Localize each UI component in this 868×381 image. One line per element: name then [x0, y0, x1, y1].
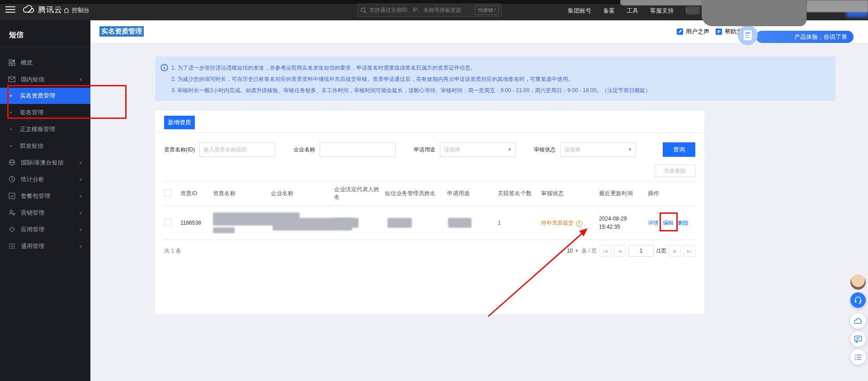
- menu-group-account[interactable]: 集团账号: [568, 7, 591, 15]
- status-select[interactable]: 请选择 ▼: [560, 142, 636, 157]
- updated-date: 2024-08-29: [599, 215, 645, 223]
- search-placeholder: 支持通过实例ID、IP、名称等搜索资源: [369, 6, 475, 14]
- usage-select[interactable]: 请选择 ▼: [440, 142, 516, 157]
- sidebar-item-label: 统计分析: [21, 175, 44, 183]
- user-voice-link[interactable]: 用户之声: [676, 28, 709, 36]
- headset-icon: [854, 296, 862, 304]
- sidebar-item-label: 概览: [21, 59, 33, 67]
- page-size-select[interactable]: 10 ▼: [567, 248, 579, 254]
- cell-usage: [447, 206, 498, 240]
- add-qualification-button[interactable]: 新增资质: [164, 116, 195, 129]
- feedback-button[interactable]: [850, 331, 866, 347]
- col-sms-admin: 短信业务管理员姓名: [385, 181, 447, 206]
- annotation-box-sidebar: [7, 85, 127, 119]
- sidebar-item-package-management[interactable]: 套餐包管理 ∨: [0, 188, 90, 204]
- info-banner: 1. 为了进一步管控违法违规短信的发送，并参考运营商实名发送短信的要求，申请签名…: [155, 56, 835, 101]
- console-link[interactable]: 控制台: [63, 6, 90, 14]
- notice-line-1: 1. 为了进一步管控违法违规短信的发送，并参考运营商实名发送短信的要求，申请签名…: [171, 62, 651, 74]
- filter-status: 审核状态 请选择 ▼: [534, 142, 636, 157]
- user-voice-icon: [676, 28, 684, 35]
- status-text: 待补充后提交: [541, 220, 574, 226]
- menu-support[interactable]: 客服支持: [650, 7, 674, 15]
- floating-widget-bar: [850, 274, 866, 367]
- sidebar-item-statistics[interactable]: 统计分析 ∨: [0, 171, 90, 188]
- col-qualification-name: 资质名称: [213, 181, 271, 206]
- list-settings-icon: [8, 243, 15, 250]
- bullet-icon: [10, 145, 12, 147]
- filter-usage: 申请用途 请选择 ▼: [414, 142, 516, 157]
- cell-review-status: 待补充后提交!: [541, 206, 599, 240]
- sidebar-item-marketing-management[interactable]: 营销管理 ∨: [0, 204, 90, 221]
- cell-updated-time: 2024-08-29 15:42:35: [599, 206, 648, 240]
- divider: [155, 132, 704, 133]
- sidebar-item-bulk-sms[interactable]: 群发短信: [0, 137, 90, 154]
- redacted-qualification-name-line2: [213, 227, 235, 233]
- select-all-checkbox[interactable]: [164, 189, 171, 197]
- sidebar-item-label: 套餐包管理: [21, 192, 50, 200]
- survey-icon[interactable]: [738, 25, 758, 45]
- sidebar-nav: 概览 国内短信 ∧ 实名资质管理 签名管理 正文模板管理 群发短信: [0, 47, 90, 254]
- info-banner-text: 1. 为了进一步管控违法违规短信的发送，并参考运营商实名发送短信的要求，申请签名…: [171, 62, 651, 101]
- cell-signature-count: 1: [498, 206, 541, 240]
- last-page-button[interactable]: ▶|: [684, 245, 695, 257]
- sidebar: 短信 概览 国内短信 ∧ 实名资质管理 签名管理 正文模板管理: [0, 20, 90, 381]
- col-legal-representative: 企业法定代表人姓名: [334, 181, 385, 206]
- sidebar-item-general-management[interactable]: 通用管理 ∨: [0, 238, 90, 254]
- sidebar-item-overview[interactable]: 概览: [0, 54, 90, 71]
- product-experience-banner[interactable]: 产品体验，你说了算: [756, 31, 854, 43]
- cell-company-name: [271, 206, 334, 240]
- page-number-input[interactable]: [628, 245, 654, 257]
- document-icon: [715, 28, 722, 35]
- redacted-overlay-bubble: [620, 0, 706, 5]
- global-search-input[interactable]: 支持通过实例ID、IP、名称等搜索资源 快捷键 /: [357, 4, 502, 17]
- qualification-table: 资质ID 资质名称 企业名称 企业法定代表人姓名 短信业务管理员姓名 申请用途 …: [164, 181, 695, 240]
- filter-name-label: 资质名称(ID): [164, 146, 195, 154]
- col-qualification-id: 资质ID: [180, 181, 213, 206]
- tencent-cloud-logo[interactable]: 腾讯云: [23, 5, 62, 15]
- bullet-icon: [10, 128, 12, 130]
- page-title: 实名资质管理: [99, 26, 144, 37]
- first-page-button[interactable]: |◀: [599, 245, 611, 257]
- col-updated-time: 最近更新时间: [599, 181, 648, 206]
- filter-company-label: 企业名称: [293, 146, 315, 154]
- detail-link[interactable]: 详情: [648, 220, 659, 226]
- sidebar-item-label: 营销管理: [21, 209, 44, 217]
- prev-page-button[interactable]: ◀: [614, 245, 626, 257]
- search-button[interactable]: 查询: [663, 142, 695, 157]
- chevron-down-icon: ∨: [79, 227, 82, 232]
- customer-service-button[interactable]: [850, 292, 866, 308]
- sidebar-title: 短信: [0, 20, 90, 40]
- updated-time: 15:42:35: [599, 223, 645, 231]
- cloud-assistant-button[interactable]: [850, 313, 866, 329]
- delete-link[interactable]: 删除: [678, 220, 689, 226]
- company-name-input[interactable]: [320, 142, 396, 157]
- signature-count-link[interactable]: 1: [498, 220, 501, 226]
- sidebar-item-template-management[interactable]: 正文模板管理: [0, 121, 90, 137]
- row-checkbox[interactable]: [164, 219, 171, 226]
- redacted-legal-representative: [334, 218, 359, 228]
- menu-tools[interactable]: 工具: [627, 7, 638, 15]
- sidebar-item-label: 国际/港澳台短信: [21, 159, 64, 167]
- menu-list-button[interactable]: [850, 349, 866, 365]
- sidebar-item-app-management[interactable]: 应用管理 ∨: [0, 221, 90, 238]
- status-select-value: 请选择: [564, 146, 580, 154]
- menu-icp[interactable]: 备案: [603, 7, 615, 15]
- grid-icon: [8, 59, 15, 66]
- diamond-icon: [8, 226, 15, 233]
- assistant-avatar[interactable]: [850, 274, 866, 290]
- filter-bar: 资质名称(ID) 企业名称 申请用途 请选择 ▼ 审核状态 请选择 ▼: [164, 142, 695, 157]
- qualification-name-input[interactable]: [199, 142, 275, 157]
- person-icon: [8, 209, 15, 216]
- total-count: 共 1 条: [164, 247, 181, 255]
- sidebar-item-international-sms[interactable]: 国际/港澳台短信 ∨: [0, 154, 90, 171]
- filter-name: 资质名称(ID): [164, 142, 275, 157]
- annotation-box-edit: [660, 212, 678, 231]
- redacted-overlay-bubble: [702, 0, 807, 26]
- cell-qualification-name: [213, 206, 271, 240]
- batch-delete-button[interactable]: 批量删除: [655, 165, 695, 177]
- cloud-icon: [854, 318, 863, 325]
- warning-circle-icon[interactable]: !: [576, 221, 582, 227]
- qualification-card: 新增资质 资质名称(ID) 企业名称 申请用途 请选择 ▼ 审核状态: [155, 111, 704, 314]
- hamburger-menu-icon[interactable]: [5, 6, 15, 14]
- next-page-button[interactable]: ▶: [669, 245, 681, 257]
